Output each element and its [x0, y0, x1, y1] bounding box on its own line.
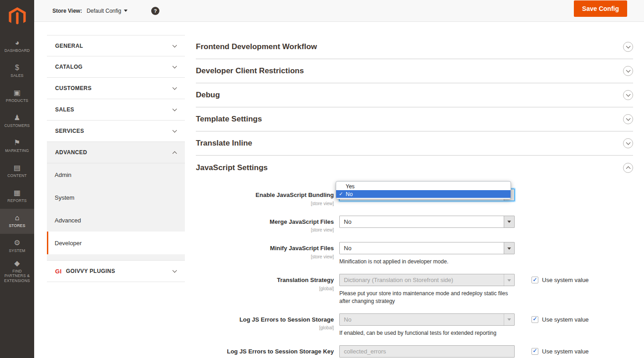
extensions-icon: ◆ [14, 260, 20, 267]
config-nav-label: CUSTOMERS [55, 85, 92, 91]
select-arrow-icon [504, 314, 514, 325]
sidebar-item-dashboard[interactable]: ◕ DASHBOARD [0, 34, 34, 59]
sidebar-item-label: FIND PARTNERS & EXTENSIONS [1, 269, 33, 283]
subnav-item-system[interactable]: System [47, 186, 185, 209]
section-developer-client-restrictions: Developer Client Restrictions [196, 59, 633, 83]
config-nav-services[interactable]: SERVICES [47, 121, 185, 142]
subnav-item-advanced[interactable]: Advanced [47, 209, 185, 232]
collapse-toggle[interactable] [623, 114, 633, 124]
select-value: Dictionary (Translation on Storefront si… [344, 277, 453, 283]
chevron-down-icon [173, 64, 177, 69]
chevron-down-icon [626, 116, 630, 121]
config-nav-label: SERVICES [55, 128, 84, 134]
use-system-value-checkbox[interactable]: ✓ [532, 316, 538, 323]
help-icon[interactable]: ? [151, 7, 159, 15]
field-label: Enable JavaScript Bundling [196, 192, 334, 199]
field-log-js-errors-key: Log JS Errors to Session Storage Key [gl… [196, 345, 633, 358]
subnav-item-admin[interactable]: Admin [47, 163, 185, 186]
magento-logo-icon [9, 7, 26, 26]
config-nav-catalog[interactable]: CATALOG [47, 56, 185, 78]
config-nav-advanced[interactable]: ADVANCED [47, 142, 185, 163]
input-value: collected_errors [344, 348, 386, 355]
field-label: Translation Strategy [196, 277, 334, 284]
save-config-button[interactable]: Save Config [574, 0, 627, 17]
store-view-value: Default Config [87, 8, 121, 14]
collapse-toggle[interactable] [623, 42, 633, 52]
collapse-toggle[interactable] [623, 163, 633, 173]
config-nav-label: GENERAL [55, 43, 83, 49]
section-title: Frontend Development Workflow [196, 42, 317, 51]
section-header[interactable]: Frontend Development Workflow [196, 35, 633, 59]
sidebar-item-system[interactable]: ⚙ SYSTEM [0, 234, 34, 259]
store-view-switcher[interactable]: Default Config [87, 8, 128, 14]
section-header[interactable]: Developer Client Restrictions [196, 59, 633, 83]
select-value: No [344, 316, 352, 323]
chevron-down-icon [173, 43, 177, 47]
collapse-toggle[interactable] [623, 66, 633, 76]
use-system-value-label[interactable]: Use system value [542, 348, 589, 355]
config-nav-goivvy-plugins[interactable]: GI GOIVVY PLUGINS [47, 261, 185, 282]
collapse-toggle[interactable] [623, 90, 633, 100]
check-icon: ✓ [532, 316, 537, 322]
log-js-errors-key-input: collected_errors [339, 345, 515, 358]
select-arrow-icon [504, 242, 514, 254]
use-system-value-label[interactable]: Use system value [542, 277, 589, 283]
section-header[interactable]: JavaScript Settings [196, 156, 633, 180]
field-scope: [global] [319, 286, 334, 291]
collapse-toggle[interactable] [623, 138, 633, 148]
merge-js-files-select[interactable]: No [339, 216, 515, 228]
chevron-down-icon [173, 128, 177, 133]
sidebar-item-sales[interactable]: $ SALES [0, 59, 34, 84]
section-header[interactable]: Translate Inline [196, 131, 633, 156]
section-translate-inline: Translate Inline [196, 131, 633, 156]
section-header[interactable]: Debug [196, 83, 633, 107]
sidebar-item-reports[interactable]: ▦ REPORTS [0, 184, 34, 209]
field-label: Log JS Errors to Session Storage Key [196, 348, 334, 355]
field-scope: [store view] [311, 227, 334, 232]
sidebar-item-products[interactable]: ▣ PRODUCTS [0, 84, 34, 109]
check-icon: ✓ [339, 191, 346, 197]
field-label: Merge JavaScript Files [196, 218, 334, 226]
subnav-item-developer[interactable]: Developer [47, 232, 185, 254]
use-system-value: ✓ Use system value [532, 345, 589, 355]
config-nav-sales[interactable]: SALES [47, 99, 185, 121]
select-arrow-icon [504, 216, 514, 227]
chevron-down-icon [626, 44, 630, 49]
section-title: Developer Client Restrictions [196, 66, 304, 76]
chevron-down-icon [173, 107, 177, 111]
section-header[interactable]: Template Settings [196, 107, 633, 131]
sidebar-item-label: STORES [9, 223, 26, 228]
config-nav-general[interactable]: GENERAL [47, 35, 185, 56]
dropdown-option-yes[interactable]: Yes [336, 182, 511, 190]
section-template-settings: Template Settings [196, 107, 633, 131]
sidebar-item-customers[interactable]: ♟ CUSTOMERS [0, 109, 34, 134]
sidebar-item-label: CONTENT [7, 173, 26, 178]
minify-js-files-select[interactable]: No [339, 242, 515, 254]
sidebar-item-find-partners[interactable]: ◆ FIND PARTNERS & EXTENSIONS [0, 259, 34, 284]
subnav-label: Advanced [55, 217, 81, 224]
select-arrow-icon [504, 274, 514, 286]
sidebar-item-label: PRODUCTS [6, 98, 28, 103]
use-system-value-checkbox[interactable]: ✓ [532, 348, 538, 355]
config-nav-customers[interactable]: CUSTOMERS [47, 78, 185, 99]
sidebar-item-marketing[interactable]: ⚑ MARKETING [0, 134, 34, 159]
field-label: Log JS Errors to Session Storage [196, 316, 334, 323]
use-system-value-checkbox[interactable]: ✓ [532, 277, 538, 283]
section-title: Translate Inline [196, 139, 252, 148]
subnav-label: Admin [55, 171, 72, 178]
option-label: No [346, 191, 353, 197]
sidebar-item-stores[interactable]: ⌂ STORES [0, 209, 34, 234]
magento-logo[interactable] [0, 0, 34, 34]
field-note: Minification is not applied in developer… [339, 258, 515, 265]
use-system-value: ✓ Use system value [532, 313, 589, 323]
chevron-down-icon [626, 141, 630, 145]
chevron-down-icon [173, 268, 177, 273]
sidebar-item-content[interactable]: ▤ CONTENT [0, 159, 34, 184]
sidebar-item-label: DASHBOARD [5, 48, 30, 53]
dropdown-option-no[interactable]: ✓ No [336, 190, 511, 198]
customers-icon: ♟ [14, 114, 20, 121]
use-system-value: ✓ Use system value [532, 274, 589, 283]
stores-icon: ⌂ [15, 214, 20, 222]
marketing-icon: ⚑ [14, 139, 20, 146]
use-system-value-label[interactable]: Use system value [542, 316, 589, 323]
